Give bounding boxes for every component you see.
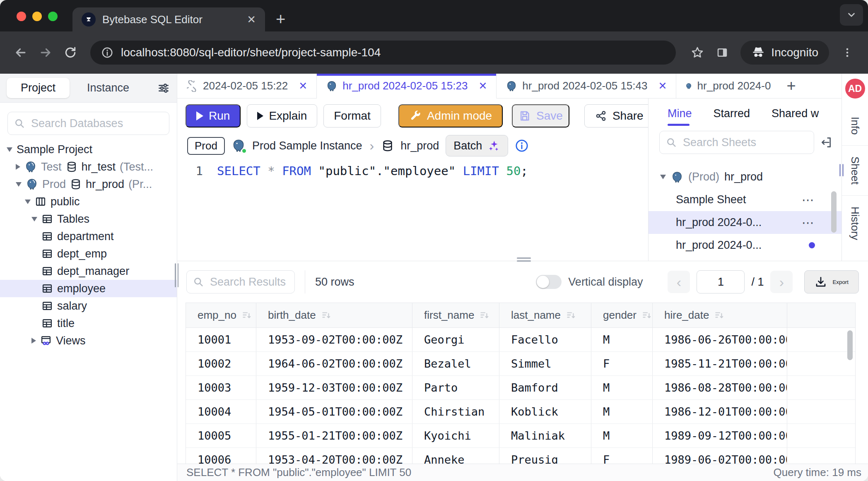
back-button[interactable] [10, 42, 31, 63]
side-panel-icon[interactable] [711, 42, 733, 63]
browser-tab-close-icon[interactable]: ✕ [241, 13, 256, 26]
tab-close-icon[interactable]: ✕ [478, 80, 487, 92]
tree-item-sample-project[interactable]: Sample Project [0, 141, 177, 158]
page-input[interactable] [697, 270, 745, 293]
batch-button[interactable]: Batch [446, 135, 508, 156]
caret-down-icon[interactable] [660, 175, 666, 179]
tab-history[interactable]: History [849, 196, 861, 251]
tree-item-table-dept-emp[interactable]: dept_emp [0, 245, 177, 262]
table-row-clipped[interactable]: 10006 1953-04-20T00:00:00Z Anneke Preusi… [186, 448, 855, 464]
results-resize-handle[interactable] [517, 257, 531, 262]
caret-down-icon[interactable] [7, 147, 12, 152]
tree-item-table-department[interactable]: department [0, 228, 177, 245]
tree-item-table-employee[interactable]: employee [0, 280, 177, 297]
tab-project[interactable]: Project [7, 78, 70, 98]
window-minimize-button[interactable] [32, 12, 42, 21]
editor-tab-1[interactable]: 2024-02-05 15:22 ✕ [177, 74, 317, 98]
sheet-item-clipped-bottom[interactable]: hr_prod 2024-0 [649, 257, 841, 261]
tree-item-tables-group[interactable]: Tables [0, 210, 177, 228]
results-search[interactable] [186, 270, 295, 293]
column-header[interactable]: emp_no [186, 303, 256, 327]
browser-menu-icon[interactable] [837, 42, 858, 63]
connection-info-icon[interactable] [515, 139, 529, 153]
user-avatar[interactable]: AD [845, 79, 865, 99]
column-header[interactable]: gender [591, 303, 653, 327]
sheet-item-sample-sheet[interactable]: Sample Sheet ⋯ [649, 188, 841, 211]
tree-item-table-dept-manager[interactable]: dept_manager [0, 262, 177, 280]
sheet-group-hr-prod[interactable]: (Prod) hr_prod [649, 166, 841, 188]
instance-name[interactable]: Prod Sample Instance [252, 139, 362, 152]
tab-sheet[interactable]: Sheet [849, 146, 861, 195]
table-row[interactable]: 10001 1953-09-02T00:00:00Z Georgi Facell… [186, 328, 855, 352]
column-header[interactable]: first_name [412, 303, 499, 327]
column-header[interactable]: birth_date [256, 303, 412, 327]
tab-mine[interactable]: Mine [668, 101, 692, 127]
next-page-button[interactable]: › [770, 271, 793, 293]
tree-item-table-salary[interactable]: salary [0, 297, 177, 315]
window-close-button[interactable] [17, 12, 26, 21]
explain-button[interactable]: Explain [247, 104, 317, 127]
tree-item-views-group[interactable]: Views [0, 332, 177, 349]
editor-tab-3[interactable]: hr_prod 2024-02-05 15:43 ✕ [497, 74, 676, 98]
tab-close-icon[interactable]: ✕ [299, 80, 307, 92]
tab-instance[interactable]: Instance [73, 78, 143, 98]
database-search[interactable] [7, 112, 169, 135]
tab-search-button[interactable] [840, 4, 863, 26]
editor-tab-4[interactable]: hr_prod 2024-0 [676, 74, 780, 98]
new-sheet-tab-button[interactable]: + [780, 74, 802, 98]
sheet-item-selected[interactable]: hr_prod 2024-0... ⋯ [649, 211, 841, 234]
scrollbar-thumb[interactable] [831, 191, 837, 233]
more-menu-icon[interactable]: ⋯ [802, 192, 815, 207]
sheet-search[interactable] [659, 131, 814, 154]
tree-item-table-title[interactable]: title [0, 315, 177, 332]
ai-sparkle-icon [487, 139, 500, 152]
caret-right-icon[interactable] [16, 164, 20, 170]
column-header[interactable]: last_name [499, 303, 591, 327]
caret-right-icon[interactable] [31, 338, 36, 344]
database-search-input[interactable] [30, 117, 163, 130]
column-header[interactable]: hire_date [653, 303, 787, 327]
tab-starred[interactable]: Starred [714, 101, 750, 127]
tab-close-icon[interactable]: ✕ [658, 80, 667, 92]
editor-tab-2-active[interactable]: hr_prod 2024-02-05 15:23 ✕ [317, 74, 497, 99]
database-name[interactable]: hr_prod [400, 139, 439, 152]
sql-code-line: SELECT * FROM "public"."employee" LIMIT … [217, 164, 528, 261]
browser-tab[interactable]: Bytebase SQL Editor ✕ [72, 7, 265, 31]
table-row[interactable]: 10005 1955-01-21T00:00:00Z Kyoichi Malin… [186, 424, 855, 448]
bookmark-star-icon[interactable] [687, 42, 708, 63]
run-button[interactable]: Run [186, 104, 241, 127]
tab-shared[interactable]: Shared w [772, 101, 819, 127]
caret-down-icon[interactable] [31, 217, 37, 221]
export-button[interactable]: Export [804, 270, 859, 293]
table-row[interactable]: 10002 1964-06-02T00:00:00Z Bezalel Simme… [186, 352, 855, 376]
new-tab-button[interactable]: + [276, 11, 285, 27]
prev-page-button[interactable]: ‹ [668, 271, 690, 293]
save-button[interactable]: Save [512, 104, 569, 127]
tree-item-schema-public[interactable]: public [0, 193, 177, 210]
panel-resize-handle[interactable] [839, 164, 844, 176]
scrollbar-thumb[interactable] [847, 330, 853, 360]
site-info-icon[interactable] [101, 46, 113, 59]
admin-mode-button[interactable]: Admin mode [398, 104, 503, 127]
collapse-panel-icon[interactable] [820, 136, 833, 149]
table-row[interactable]: 10004 1954-05-01T00:00:00Z Chirstian Kob… [186, 400, 855, 424]
bytebase-favicon-icon [82, 12, 96, 26]
tab-info[interactable]: Info [849, 106, 861, 145]
filter-sliders-icon[interactable] [157, 82, 170, 95]
format-button[interactable]: Format [323, 104, 381, 127]
tree-item-hr-prod[interactable]: Prod hr_prod (Pr... [0, 176, 177, 193]
forward-button[interactable] [35, 42, 56, 63]
sheet-search-input[interactable] [682, 136, 808, 149]
reload-button[interactable] [60, 42, 81, 63]
caret-down-icon[interactable] [25, 200, 31, 204]
vertical-display-toggle[interactable] [536, 275, 562, 289]
more-menu-icon[interactable]: ⋯ [802, 215, 815, 230]
tree-item-hr-test[interactable]: Test hr_test (Test... [0, 158, 177, 176]
sql-code-area[interactable]: 1 SELECT * FROM "public"."employee" LIMI… [177, 158, 648, 261]
caret-down-icon[interactable] [16, 182, 22, 187]
table-row[interactable]: 10003 1959-12-03T00:00:00Z Parto Bamford… [186, 376, 855, 400]
results-search-input[interactable] [209, 275, 289, 289]
url-bar[interactable]: localhost:8080/sql-editor/sheet/project-… [90, 41, 676, 65]
window-zoom-button[interactable] [48, 12, 58, 21]
sheet-item-unsaved[interactable]: hr_prod 2024-0... [649, 234, 841, 257]
